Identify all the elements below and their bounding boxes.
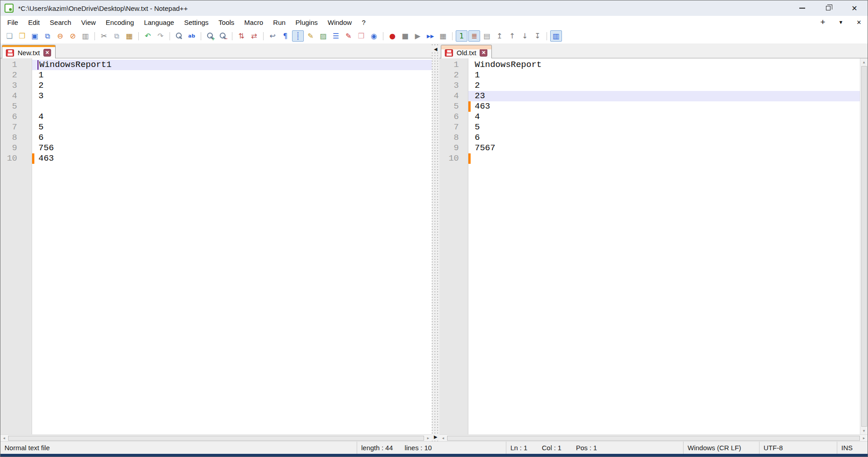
define-your-language-icon[interactable]: ✎ bbox=[305, 30, 316, 42]
folder-as-workspace-icon[interactable]: ❒ bbox=[355, 30, 367, 42]
editor-line[interactable]: 756 bbox=[32, 143, 432, 153]
line-number[interactable]: 9 bbox=[0, 143, 17, 153]
editor-line[interactable]: 1 bbox=[32, 70, 432, 81]
status-cursor-info[interactable]: Ln : 1 Col : 1 Pos : 1 bbox=[506, 442, 683, 454]
editor-line[interactable]: 6 bbox=[32, 133, 432, 143]
cut-icon[interactable]: ✂ bbox=[98, 30, 110, 42]
monitoring-eye-icon[interactable]: ◉ bbox=[368, 30, 380, 42]
line-number[interactable]: 5 bbox=[0, 101, 17, 112]
tab-close-icon[interactable] bbox=[43, 49, 51, 57]
menu-item-view[interactable]: View bbox=[76, 17, 101, 28]
macro-stop-icon[interactable]: ■ bbox=[399, 30, 411, 42]
line-number[interactable]: 1 bbox=[439, 60, 459, 70]
tab-close-icon[interactable] bbox=[480, 49, 487, 57]
goto-last-difference-icon[interactable]: ↧ bbox=[532, 30, 543, 42]
scroll-right-icon[interactable]: ▸ bbox=[425, 435, 432, 441]
zoom-out-icon[interactable]: − bbox=[217, 30, 229, 42]
goto-first-difference-icon[interactable]: ↥ bbox=[494, 30, 505, 42]
line-number[interactable]: 1 bbox=[0, 60, 17, 70]
replace-icon[interactable]: ab bbox=[186, 30, 198, 42]
menu-item-tools[interactable]: Tools bbox=[213, 17, 239, 28]
menu-item-settings[interactable]: Settings bbox=[179, 17, 213, 28]
macro-record-icon[interactable]: ● bbox=[387, 30, 398, 42]
line-number[interactable]: 8 bbox=[439, 133, 459, 143]
left-text[interactable]: WindowsReport1123456756463 bbox=[32, 58, 432, 434]
compare-clear-icon[interactable]: ▤ bbox=[481, 30, 493, 42]
zoom-in-icon[interactable]: + bbox=[204, 30, 216, 42]
scroll-down-icon[interactable]: ▾ bbox=[860, 427, 868, 434]
open-file-icon[interactable]: ❒ bbox=[16, 30, 28, 42]
editor-line[interactable]: 3 bbox=[32, 91, 432, 101]
view-splitter[interactable]: ◀ ▶ bbox=[432, 43, 439, 441]
line-number[interactable]: 9 bbox=[439, 143, 459, 153]
close-button[interactable] bbox=[841, 0, 868, 16]
editor-line[interactable]: 5 bbox=[32, 122, 432, 133]
menu-item-encoding[interactable]: Encoding bbox=[101, 17, 139, 28]
new-file-icon[interactable]: ❏ bbox=[4, 30, 15, 42]
menu-item-edit[interactable]: Edit bbox=[23, 17, 45, 28]
line-number[interactable]: 4 bbox=[439, 91, 459, 101]
scroll-left-icon[interactable]: ◂ bbox=[439, 435, 447, 441]
macro-save-icon[interactable]: ▦ bbox=[437, 30, 449, 42]
redo-icon[interactable]: ↷ bbox=[155, 30, 166, 42]
menu-item-macro[interactable]: Macro bbox=[239, 17, 268, 28]
show-all-characters-icon[interactable]: ¶ bbox=[279, 30, 291, 42]
editor-line[interactable]: WindowsReport bbox=[468, 60, 860, 70]
collapse-left-icon[interactable]: ◀ bbox=[432, 47, 439, 52]
print-icon[interactable]: ▥ bbox=[80, 30, 91, 42]
left-gutter[interactable]: 12345678910 bbox=[0, 58, 32, 434]
editor-line[interactable]: 1 bbox=[468, 70, 860, 81]
left-horizontal-scrollbar[interactable]: ◂ ▸ bbox=[0, 434, 432, 441]
save-all-icon[interactable]: ⧉ bbox=[42, 30, 53, 42]
right-horizontal-scrollbar[interactable]: ◂ ▸ bbox=[439, 434, 868, 441]
sync-vertical-scrolling-icon[interactable]: ⇅ bbox=[236, 30, 247, 42]
editor-line[interactable]: 4 bbox=[32, 112, 432, 122]
restore-button[interactable] bbox=[815, 0, 841, 16]
line-number[interactable]: 3 bbox=[0, 81, 17, 91]
goto-previous-difference-icon[interactable]: ↑ bbox=[506, 30, 518, 42]
editor-line[interactable] bbox=[32, 101, 432, 112]
scrollbar-thumb[interactable] bbox=[8, 436, 424, 441]
close-file-icon[interactable]: ⊖ bbox=[54, 30, 66, 42]
menu-item-language[interactable]: Language bbox=[139, 17, 179, 28]
macro-playback-icon[interactable]: ▶ bbox=[412, 30, 424, 42]
editor-line[interactable]: 2 bbox=[468, 81, 860, 91]
save-file-icon[interactable]: ▣ bbox=[29, 30, 41, 42]
document-map-icon[interactable]: ▨ bbox=[317, 30, 329, 42]
line-number[interactable]: 7 bbox=[439, 122, 459, 133]
editor-line[interactable]: WindowsReport1 bbox=[32, 60, 432, 70]
line-number[interactable]: 10 bbox=[439, 153, 459, 164]
paste-icon[interactable]: ▦ bbox=[123, 30, 135, 42]
scroll-up-icon[interactable]: ▴ bbox=[860, 58, 868, 66]
word-wrap-icon[interactable]: ↩ bbox=[267, 30, 278, 42]
function-list-icon[interactable]: ☰ bbox=[330, 30, 342, 42]
sync-horizontal-scrolling-icon[interactable]: ⇄ bbox=[248, 30, 260, 42]
close-tab-icon[interactable] bbox=[853, 17, 865, 27]
minimize-button[interactable] bbox=[789, 0, 815, 16]
menu-item-run[interactable]: Run bbox=[268, 17, 291, 28]
editor-line[interactable]: 463 bbox=[32, 153, 432, 164]
scrollbar-thumb[interactable] bbox=[447, 436, 860, 441]
line-number[interactable]: 2 bbox=[439, 70, 459, 81]
find-icon[interactable] bbox=[173, 30, 185, 42]
editor-line[interactable]: 4 bbox=[468, 112, 860, 122]
status-insert-mode[interactable]: INS bbox=[837, 442, 868, 454]
right-editor[interactable]: 12345678910 WindowsReport12234634567567 … bbox=[439, 58, 868, 434]
compare-icon[interactable]: ≣ bbox=[468, 30, 480, 42]
line-number[interactable]: 2 bbox=[0, 70, 17, 81]
scrollbar-thumb[interactable] bbox=[861, 66, 867, 427]
collapse-right-icon[interactable]: ▶ bbox=[432, 434, 439, 439]
scroll-right-icon[interactable]: ▸ bbox=[860, 435, 868, 441]
macro-run-multiple-icon[interactable]: ▸▸ bbox=[425, 30, 436, 42]
line-number[interactable]: 3 bbox=[439, 81, 459, 91]
compare-set-first-icon[interactable]: 1 bbox=[456, 30, 467, 42]
compare-navigation-bar-icon[interactable]: ▥ bbox=[550, 30, 562, 42]
undo-icon[interactable]: ↶ bbox=[142, 30, 154, 42]
menu-item-window[interactable]: Window bbox=[323, 17, 357, 28]
line-number[interactable]: 5 bbox=[439, 101, 459, 112]
right-vertical-scrollbar[interactable]: ▴ ▾ bbox=[860, 58, 868, 434]
tab-list-dropdown-icon[interactable] bbox=[835, 17, 847, 27]
menu-item-file[interactable]: File bbox=[2, 17, 23, 28]
line-number[interactable]: 10 bbox=[0, 153, 17, 164]
editor-line[interactable]: 2 bbox=[32, 81, 432, 91]
